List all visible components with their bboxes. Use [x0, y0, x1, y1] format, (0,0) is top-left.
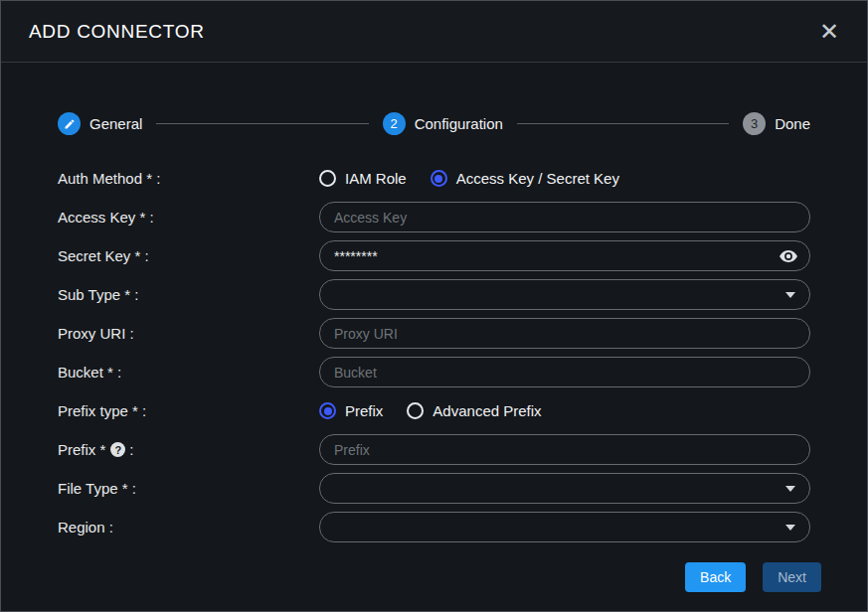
field-label: Proxy URI : — [58, 325, 319, 342]
radio-icon — [319, 402, 336, 419]
form-row-prefix: Prefix * ? : — [58, 434, 810, 465]
dialog-title: ADD CONNECTOR — [29, 21, 205, 43]
step-number-badge: 3 — [743, 112, 766, 135]
add-connector-dialog: ADD CONNECTOR ✕ General 2 Configuration … — [0, 0, 868, 612]
form-row-file-type: File Type * : — [58, 473, 810, 504]
chevron-down-icon — [785, 525, 795, 531]
back-button[interactable]: Back — [685, 562, 746, 592]
access-key-input[interactable] — [319, 202, 810, 232]
form-row-proxy-uri: Proxy URI : — [58, 318, 810, 349]
radio-icon — [319, 170, 336, 187]
form-row-secret-key: Secret Key * : — [58, 240, 810, 271]
eye-icon[interactable] — [780, 249, 797, 262]
auth-method-radio-group: IAM Role Access Key / Secret Key — [319, 170, 810, 187]
field-label: Bucket * : — [58, 364, 319, 381]
form-row-auth-method: Auth Method * : IAM Role Access Key / Se… — [58, 163, 810, 194]
step-number-badge: 2 — [383, 112, 406, 135]
radio-label: Access Key / Secret Key — [456, 170, 619, 187]
connector-form: Auth Method * : IAM Role Access Key / Se… — [58, 163, 810, 550]
region-select[interactable] — [319, 512, 810, 542]
field-label: Prefix type * : — [58, 402, 319, 419]
bucket-input[interactable] — [319, 357, 810, 387]
wizard-stepper: General 2 Configuration 3 Done — [58, 112, 810, 135]
step-general[interactable]: General — [58, 112, 142, 135]
field-label: Access Key * : — [58, 209, 319, 226]
label-text: Prefix * — [58, 441, 105, 458]
field-label: Sub Type * : — [58, 286, 319, 303]
label-colon: : — [129, 441, 133, 458]
form-row-region: Region : — [58, 512, 810, 542]
secret-key-wrap — [319, 240, 810, 271]
radio-icon — [431, 170, 447, 187]
pencil-icon — [58, 112, 81, 135]
form-row-sub-type: Sub Type * : — [58, 279, 810, 310]
radio-label: Prefix — [345, 402, 383, 419]
step-label: Configuration — [415, 115, 503, 132]
form-row-prefix-type: Prefix type * : Prefix Advanced Prefix — [58, 395, 810, 426]
sub-type-select[interactable] — [319, 279, 810, 310]
field-label: Auth Method * : — [58, 170, 319, 187]
radio-icon — [407, 402, 424, 419]
prefix-type-radio-group: Prefix Advanced Prefix — [319, 402, 810, 419]
proxy-uri-input[interactable] — [319, 318, 810, 349]
radio-label: Advanced Prefix — [433, 402, 541, 419]
step-label: General — [89, 115, 142, 132]
field-label: Secret Key * : — [58, 247, 319, 264]
step-connector-line — [156, 123, 368, 124]
question-glyph: ? — [114, 444, 121, 456]
secret-key-input[interactable] — [319, 240, 810, 271]
prefix-input[interactable] — [319, 434, 810, 465]
field-label: Region : — [58, 519, 319, 536]
step-configuration[interactable]: 2 Configuration — [383, 112, 503, 135]
field-label: Prefix * ? : — [58, 441, 319, 458]
form-row-access-key: Access Key * : — [58, 202, 810, 232]
chevron-down-icon — [785, 486, 795, 492]
radio-access-key-secret-key[interactable]: Access Key / Secret Key — [431, 170, 619, 187]
step-label: Done — [775, 115, 810, 132]
radio-advanced-prefix[interactable]: Advanced Prefix — [407, 402, 541, 419]
radio-iam-role[interactable]: IAM Role — [319, 170, 407, 187]
step-done: 3 Done — [743, 112, 810, 135]
field-label: File Type * : — [58, 480, 319, 497]
dialog-footer: Back Next — [58, 562, 821, 592]
close-icon[interactable]: ✕ — [819, 20, 839, 44]
question-circle-icon[interactable]: ? — [110, 442, 125, 457]
chevron-down-icon — [785, 292, 795, 298]
radio-prefix[interactable]: Prefix — [319, 402, 383, 419]
file-type-select[interactable] — [319, 473, 810, 504]
step-connector-line — [517, 123, 729, 124]
radio-label: IAM Role — [345, 170, 407, 187]
next-button[interactable]: Next — [763, 562, 821, 592]
form-row-bucket: Bucket * : — [58, 357, 810, 387]
dialog-header: ADD CONNECTOR ✕ — [1, 1, 867, 63]
